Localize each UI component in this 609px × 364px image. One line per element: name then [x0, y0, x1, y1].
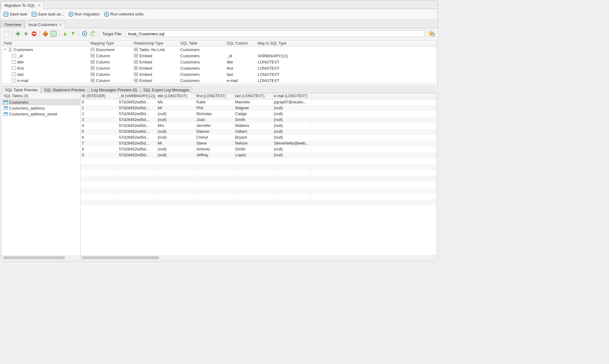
tab-sql-table-preview[interactable]: SQL Table Preview: [2, 87, 41, 93]
string-field-icon: "_": [12, 66, 16, 70]
tab-migration-to-sql[interactable]: Migration To SQL ✕: [1, 2, 44, 9]
col-sql-table[interactable]: SQL Table: [178, 41, 225, 46]
preview-split: SQL Tables (3) CustomersCustomers_addres…: [2, 93, 436, 260]
data-cell: Antonio: [195, 146, 234, 152]
schema-row[interactable]: ⬚_idColumnEmbedCustomers_idVARBINARY(12): [2, 53, 432, 59]
remove-button[interactable]: [31, 31, 37, 37]
move-up-button[interactable]: [62, 31, 68, 37]
data-cell: 6: [81, 135, 118, 141]
tree-toggle-icon[interactable]: ▼: [4, 48, 7, 51]
schema-row[interactable]: "_"titleColumnEmbedCustomerstitleLONGTEX…: [2, 59, 432, 65]
tables-hscrollbar[interactable]: [2, 255, 80, 260]
move-down-button[interactable]: [70, 31, 76, 37]
arrow-down-icon: [72, 32, 75, 36]
data-cell: Mr: [156, 141, 195, 146]
browse-button[interactable]: [428, 31, 435, 37]
data-cell: (null): [273, 123, 311, 129]
new-button[interactable]: [3, 31, 10, 37]
run-selected-units-button[interactable]: Run selected units: [104, 12, 143, 17]
col-relationship-type[interactable]: Relationship Type: [132, 41, 178, 46]
col-mapping-type[interactable]: Mapping Type: [89, 41, 132, 46]
data-cell: 57d28452ed5d...: [118, 152, 156, 158]
col-sql-column[interactable]: SQL Column: [225, 41, 256, 46]
data-row[interactable]: 757d28452ed5d...MrSteveNelsonStevieNelly…: [81, 141, 436, 146]
data-column-header[interactable]: title (LONGTEXT): [156, 93, 195, 99]
save-task-button[interactable]: Save task: [3, 12, 27, 17]
data-row[interactable]: 857d28452ed5d...(null)AntonioSmith(null): [81, 146, 436, 152]
data-cell: 3: [81, 117, 118, 123]
sql-tables-list[interactable]: CustomersCustomers_addressCustomers_addr…: [2, 99, 80, 255]
table-name: Customers_address_street: [9, 112, 57, 116]
relationship-type: Embed: [139, 72, 152, 77]
close-icon[interactable]: ✕: [38, 3, 41, 7]
new-file-icon: [4, 31, 9, 36]
col-sql-type[interactable]: Map to SQL Type: [256, 41, 305, 46]
data-cell: 57d28452ed5d...: [118, 99, 156, 105]
data-row[interactable]: 657d28452ed5d...(null)CherylBryant(null): [81, 135, 436, 141]
sql-table: Customers: [178, 72, 225, 77]
data-cell: (null): [273, 111, 311, 117]
data-cell: (null): [156, 111, 195, 117]
separator: [59, 31, 59, 37]
data-row[interactable]: 957d28452ed5d...(null)JeffreyLopez(null): [81, 152, 436, 158]
table-item[interactable]: Customers_address_street: [2, 111, 80, 117]
schema-row[interactable]: "_"firstColumnEmbedCustomersfirstLONGTEX…: [2, 65, 432, 71]
data-column-header[interactable]: last (LONGTEXT): [234, 93, 273, 99]
tab-local-customers[interactable]: local.Customers ✕: [25, 21, 65, 28]
plus-icon: [16, 32, 20, 36]
data-row[interactable]: 057d28452ed5d...MsKatieMarcelispgray87@s…: [81, 99, 436, 105]
sql-column: e-mail: [225, 78, 256, 83]
data-column-header[interactable]: ID (INTEGER): [81, 93, 118, 99]
validate-button[interactable]: ✓: [50, 31, 57, 37]
tab-sql-export-log[interactable]: SQL Export Log Messages: [141, 87, 192, 93]
field-name: last: [17, 72, 24, 77]
data-column-header[interactable]: e-mail (LONGTEXT): [273, 93, 311, 99]
schema-row[interactable]: "_"lastColumnEmbedCustomerslastLONGTEXT: [2, 71, 432, 77]
schema-row[interactable]: ▼{}CustomersDocumentTable, No LinkCustom…: [2, 46, 432, 53]
target-file-input[interactable]: [126, 30, 425, 37]
tab-sql-statement-preview[interactable]: SQL Statement Preview: [41, 87, 88, 93]
add-linked-button[interactable]: [23, 31, 29, 37]
data-cell: Ms: [156, 99, 195, 105]
data-row[interactable]: 157d28452ed5d...MrPhilWagner(null): [81, 105, 436, 111]
data-cell: (null): [273, 117, 311, 123]
data-row[interactable]: 457d28452ed5d...MrsJenniferWatkins(null): [81, 123, 436, 129]
sql-column: title: [225, 60, 256, 64]
sql-type: LONGTEXT: [256, 66, 305, 71]
tab-log-messages-preview[interactable]: Log Messages Preview (0): [89, 87, 140, 93]
tab-overview[interactable]: Overview: [1, 21, 24, 28]
data-column-header[interactable]: first (LONGTEXT): [195, 93, 234, 99]
run-unit-button[interactable]: [81, 31, 88, 37]
col-field[interactable]: Field: [2, 41, 89, 46]
data-cell: Jeffrey: [195, 152, 234, 158]
data-row[interactable]: 257d28452ed5d...(null)NicholasCadge(null…: [81, 111, 436, 117]
add-button[interactable]: [15, 31, 21, 37]
sql-column: last: [225, 72, 256, 77]
data-column-header[interactable]: _id (VARBINARY(12)): [118, 93, 156, 99]
save-task-as-button[interactable]: Save task as...: [32, 12, 64, 17]
schema-body[interactable]: ▼{}CustomersDocumentTable, No LinkCustom…: [2, 46, 436, 84]
data-hscrollbar[interactable]: [81, 255, 436, 260]
table-icon: [4, 101, 8, 104]
play-icon: [68, 12, 73, 17]
sql-table: Customers: [178, 54, 225, 58]
close-icon[interactable]: ✕: [59, 23, 62, 27]
data-row[interactable]: 557d28452ed5d...(null)DianneGilbert(null…: [81, 129, 436, 135]
edit-button[interactable]: [42, 31, 49, 37]
sql-column: first: [225, 66, 256, 71]
data-cell: Jennifer: [195, 123, 234, 129]
column-icon: [90, 60, 95, 64]
data-cell: Phil: [195, 105, 234, 111]
data-cell: (null): [273, 135, 311, 141]
data-body[interactable]: 057d28452ed5d...MsKatieMarcelispgray87@s…: [81, 99, 436, 255]
data-cell: Watkins: [234, 123, 273, 129]
undo-button[interactable]: [90, 31, 96, 37]
mapping-type: Column: [96, 54, 110, 58]
table-item[interactable]: Customers: [2, 99, 80, 105]
schema-row[interactable]: "_"e-mailColumnEmbedCustomerse-mailLONGT…: [2, 77, 432, 84]
run-migration-label: Run migration: [75, 12, 100, 16]
data-row[interactable]: 357d28452ed5d...(null)JoanSmith(null): [81, 117, 436, 123]
table-item[interactable]: Customers_address: [2, 105, 80, 111]
minus-icon: [32, 31, 37, 36]
run-migration-button[interactable]: Run migration: [68, 12, 100, 17]
